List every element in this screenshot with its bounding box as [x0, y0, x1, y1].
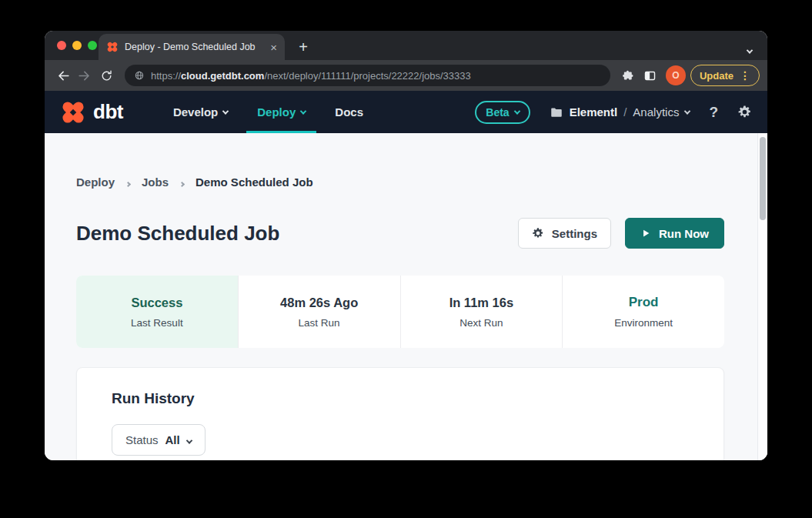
close-window-button[interactable] [57, 41, 66, 50]
breadcrumb-jobs[interactable]: Jobs [142, 175, 169, 189]
new-tab-button[interactable]: + [292, 36, 314, 58]
project-name[interactable]: Analytics [633, 105, 679, 119]
navbar-right: Beta Elementl / Analytics ? [475, 101, 752, 124]
breadcrumb-deploy[interactable]: Deploy [76, 175, 115, 189]
extensions-puzzle-icon[interactable] [618, 65, 640, 86]
minimize-window-button[interactable] [72, 41, 82, 50]
window-controls[interactable] [57, 41, 97, 50]
scrollbar[interactable] [757, 133, 767, 460]
stat-last-run: 48m 26s Ago Last Run [238, 276, 400, 348]
chevron-down-icon [300, 108, 306, 114]
header-actions: Settings Run Now [518, 218, 724, 249]
side-panel-icon[interactable] [640, 65, 661, 86]
stat-value: Success [131, 296, 182, 310]
url-text[interactable]: https://cloud.getdbt.com/next/deploy/111… [151, 70, 471, 82]
page-content: Deploy Jobs Demo Scheduled Job Demo Sche… [45, 133, 767, 460]
settings-button[interactable]: Settings [518, 218, 611, 249]
profile-avatar[interactable]: O [666, 65, 686, 85]
back-icon[interactable] [52, 65, 74, 86]
account-project-switcher[interactable]: Elementl / Analytics [550, 105, 690, 119]
update-button[interactable]: Update ⋮ [690, 65, 760, 86]
folder-icon [550, 105, 563, 119]
chevron-down-icon [513, 108, 520, 114]
reload-icon[interactable] [95, 65, 117, 86]
chevron-down-icon [684, 108, 690, 114]
stat-label: Last Run [299, 317, 340, 329]
browser-toolbar: https://cloud.getdbt.com/next/deploy/111… [45, 60, 767, 91]
stat-label: Environment [614, 317, 673, 329]
stat-environment: Prod Environment [562, 276, 724, 348]
run-now-button[interactable]: Run Now [625, 218, 724, 249]
nav-item-deploy[interactable]: Deploy [242, 91, 320, 133]
breadcrumb-current: Demo Scheduled Job [195, 175, 313, 189]
nav-item-develop[interactable]: Develop [159, 91, 242, 133]
dbt-favicon-icon [106, 41, 119, 53]
browser-menu-icon[interactable]: ⋮ [740, 69, 750, 82]
browser-tab[interactable]: Deploy - Demo Scheduled Job × [99, 34, 285, 60]
account-name[interactable]: Elementl [570, 105, 618, 119]
browser-window: Deploy - Demo Scheduled Job × + https://… [45, 31, 767, 460]
chevron-down-icon [187, 433, 192, 446]
main-nav: Develop Deploy Docs [159, 91, 378, 133]
tab-search-chevron-icon[interactable] [747, 43, 752, 57]
tab-title: Deploy - Demo Scheduled Job [125, 42, 264, 52]
address-bar[interactable]: https://cloud.getdbt.com/next/deploy/111… [125, 65, 610, 86]
stat-value: In 11m 16s [449, 296, 513, 310]
chevron-right-icon [126, 175, 130, 189]
play-icon [640, 228, 651, 239]
forward-icon[interactable] [74, 65, 95, 86]
stat-next-run: In 11m 16s Next Run [400, 276, 563, 348]
chevron-right-icon [180, 175, 184, 189]
site-info-globe-icon[interactable] [134, 70, 145, 81]
chevron-down-icon [222, 108, 229, 114]
fullscreen-window-button[interactable] [88, 41, 97, 50]
settings-gear-icon[interactable] [737, 105, 752, 119]
job-stats-strip: Success Last Result 48m 26s Ago Last Run… [76, 276, 724, 348]
breadcrumb: Deploy Jobs Demo Scheduled Job [76, 133, 724, 189]
gear-icon [532, 227, 544, 239]
help-button[interactable]: ? [709, 104, 718, 121]
status-filter-dropdown[interactable]: Status All [112, 424, 206, 456]
stat-last-result: Success Last Result [76, 276, 238, 348]
dbt-mark-icon [60, 99, 86, 125]
nav-item-docs[interactable]: Docs [320, 91, 378, 133]
page-header: Demo Scheduled Job Settings Run Now [76, 218, 724, 249]
tab-strip: Deploy - Demo Scheduled Job × + [45, 31, 767, 60]
page-title: Demo Scheduled Job [76, 222, 279, 246]
run-history-title: Run History [112, 390, 689, 407]
stat-label: Next Run [459, 317, 503, 329]
stat-label: Last Result [131, 317, 183, 329]
run-history-card: Run History Status All [76, 367, 724, 460]
tab-close-icon[interactable]: × [270, 42, 277, 53]
stat-value: Prod [629, 295, 659, 310]
dbt-navbar: dbt Develop Deploy Docs Beta Elementl / … [45, 91, 767, 133]
scrollbar-thumb[interactable] [760, 137, 766, 220]
stat-value: 48m 26s Ago [280, 296, 358, 310]
dbt-logo[interactable]: dbt [60, 99, 123, 125]
beta-dropdown[interactable]: Beta [475, 101, 530, 124]
